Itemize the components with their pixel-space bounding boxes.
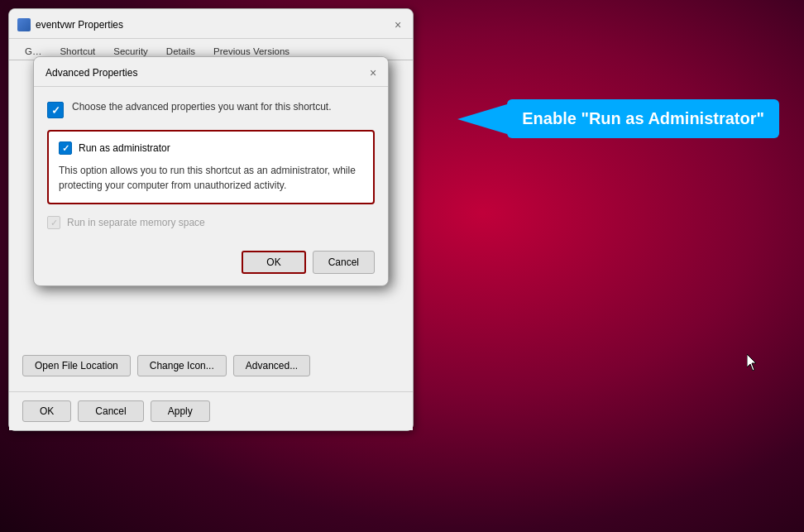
- adv-dialog-buttons: OK Cancel: [34, 242, 388, 285]
- adv-cancel-button[interactable]: Cancel: [313, 251, 375, 274]
- run-as-admin-label: Run as administrator: [79, 142, 170, 154]
- run-as-admin-box: Run as administrator This option allows …: [47, 130, 375, 204]
- run-as-admin-header: Run as administrator: [59, 141, 363, 155]
- main-titlebar: eventvwr Properties ×: [9, 9, 413, 39]
- cursor: [747, 354, 759, 371]
- body-buttons: Open File Location Change Icon... Advanc…: [22, 355, 400, 376]
- adv-description-checkbox[interactable]: [47, 102, 64, 118]
- main-window-title: eventvwr Properties: [36, 19, 123, 31]
- main-bottom-buttons: OK Cancel Apply: [9, 391, 413, 430]
- change-icon-button[interactable]: Change Icon...: [137, 355, 227, 376]
- advanced-button[interactable]: Advanced...: [233, 355, 310, 376]
- adv-titlebar: Advanced Properties ×: [34, 57, 388, 87]
- adv-dialog-body: Choose the advanced properties you want …: [34, 87, 388, 242]
- adv-dialog-title: Advanced Properties: [45, 67, 137, 79]
- open-file-location-button[interactable]: Open File Location: [22, 355, 131, 376]
- callout-container: Enable "Run as Administrator": [507, 99, 779, 138]
- adv-close-button[interactable]: ×: [365, 65, 381, 81]
- adv-description: Choose the advanced properties you want …: [47, 100, 375, 118]
- app-icon: [17, 18, 31, 31]
- run-as-admin-checkbox[interactable]: [59, 141, 72, 155]
- advanced-properties-dialog: Advanced Properties × Choose the advance…: [33, 56, 389, 286]
- main-cancel-button[interactable]: Cancel: [78, 400, 143, 422]
- adv-description-text: Choose the advanced properties you want …: [72, 100, 332, 114]
- title-left: eventvwr Properties: [17, 18, 123, 31]
- main-ok-button[interactable]: OK: [22, 400, 71, 422]
- main-apply-button[interactable]: Apply: [151, 400, 210, 422]
- run-as-admin-description: This option allows you to run this short…: [59, 163, 363, 193]
- callout-text: Enable "Run as Administrator": [522, 109, 764, 127]
- separate-memory-checkbox[interactable]: [47, 216, 60, 229]
- callout-bubble: Enable "Run as Administrator": [507, 99, 779, 138]
- svg-marker-0: [747, 354, 756, 371]
- separate-memory-row: Run in separate memory space: [47, 216, 375, 229]
- main-close-button[interactable]: ×: [390, 17, 406, 33]
- adv-ok-button[interactable]: OK: [242, 251, 305, 274]
- callout-arrow: [457, 104, 507, 134]
- separate-memory-label: Run in separate memory space: [67, 217, 205, 228]
